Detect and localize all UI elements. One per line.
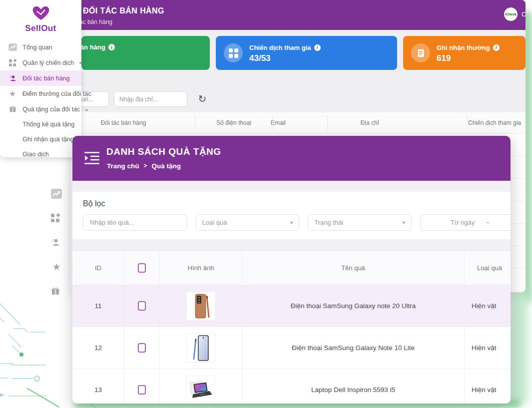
sidebar-item-partner-points[interactable]: ★ Điểm thưởng của đối tác [0, 86, 81, 101]
sidebar-item-label: Đối tác bán hàng [22, 75, 70, 82]
brand-name: SellOut [0, 23, 81, 33]
info-icon: i [493, 44, 500, 51]
gift-type: Hiện vật [465, 285, 511, 327]
partner-page-title: ĐỐI TÁC BÁN HÀNG [83, 6, 164, 15]
page-title: DANH SÁCH QUÀ TẶNG [106, 146, 221, 157]
partner-filter-row: ↻ [71, 91, 526, 107]
chevron-down-icon: ▾ [403, 220, 405, 225]
account-chip[interactable]: iCheck Cô [504, 7, 526, 21]
row-checkbox[interactable] [138, 301, 146, 311]
gift-id: 11 [72, 285, 124, 327]
gift-list-window: DANH SÁCH QUÀ TẶNG Trang chủ > Quà tặng … [72, 136, 511, 404]
gift-table-row[interactable]: 11 Điện thoại SamSung Galaxy note 20 Ult… [72, 285, 511, 327]
stat-card-partners: Đối tác bán hàng i [81, 36, 210, 70]
gift-icon [8, 105, 17, 114]
green-glow-modal-right [508, 290, 529, 405]
grid-icon[interactable] [51, 213, 62, 223]
col-campaigns: Chiến dịch tham gia [468, 119, 521, 126]
sidebar-icon-rail: ★ [50, 189, 63, 297]
sidebar-item-label: Quà tặng của đối tác [22, 106, 80, 113]
sidebar-subitem-gift-records[interactable]: Ghi nhận quà tặng [0, 132, 81, 147]
divider-strip [72, 181, 511, 192]
avatar: iCheck [504, 7, 518, 21]
col-phone: Số điện thoại [216, 119, 251, 126]
gift-table-row[interactable]: 13 Laptop Dell Inspiron 5593 i5 Hiện vật [72, 369, 511, 404]
account-name: Cô [522, 11, 526, 18]
col-type: Loại quà [465, 251, 511, 285]
row-checkbox[interactable] [138, 343, 146, 353]
gift-id: 12 [72, 327, 124, 369]
stat-partners-label: Đối tác bán hàng [81, 43, 105, 51]
date-range-tilde: ~ [486, 219, 490, 226]
info-icon: i [314, 44, 321, 51]
sidebar-item-label: Điểm thưởng của đối tác [22, 90, 91, 97]
handshake-heart-icon [31, 5, 50, 21]
sidebar-item-partner-gifts[interactable]: Quà tặng của đối tác ▴ [0, 101, 81, 117]
receipt-icon [411, 43, 430, 62]
sidebar-menu: Tổng quan Quản lý chiến dịch ▾ Đối tác b… [0, 39, 81, 162]
product-image-dell-laptop [187, 376, 215, 404]
col-address: Địa chỉ [361, 119, 379, 126]
col-image: Hình ảnh [160, 251, 242, 285]
sidebar: SellOut Tổng quan Quản lý chiến dịch ▾ Đ… [0, 0, 81, 157]
chart-line-icon[interactable] [51, 189, 62, 199]
stat-campaigns-label: Chiến dịch tham gia [249, 44, 311, 51]
star-icon: ★ [8, 89, 17, 98]
star-icon[interactable]: ★ [50, 262, 63, 272]
sidebar-subitem-gift-stats[interactable]: Thống kê quà tặng [0, 117, 81, 132]
stat-campaigns-value: 43/53 [249, 53, 321, 63]
chevron-down-icon: ▾ [79, 60, 82, 65]
gift-filter-section: Bộ lọc Loại quà ▾ Trạng thái ▾ Từ ngày ~ [72, 192, 511, 239]
indent-list-icon[interactable] [84, 151, 99, 167]
gift-id: 13 [72, 369, 124, 404]
filter-title: Bộ lọc [83, 199, 500, 208]
gift-name: Điện thoại SamSung Galaxy Note 10 Lite [242, 327, 465, 369]
info-icon: i [108, 44, 115, 50]
sidebar-item-campaigns[interactable]: Quản lý chiến dịch ▾ [0, 55, 81, 70]
chevron-down-icon: ▾ [290, 220, 293, 225]
chevron-up-icon: ▴ [85, 107, 88, 112]
gift-header: DANH SÁCH QUÀ TẶNG Trang chủ > Quà tặng [72, 136, 511, 181]
gift-type: Hiện vật [465, 369, 511, 404]
col-partner: Đối tác bán hàng [101, 119, 146, 126]
address-filter-input[interactable] [114, 91, 187, 107]
product-image-note20-ultra [187, 292, 215, 320]
row-checkbox[interactable] [138, 385, 146, 395]
partner-table-header: Đối tác bán hàng Số điện thoại Email Địa… [71, 112, 526, 134]
from-date-picker[interactable]: Từ ngày ~ [420, 214, 511, 231]
product-image-note10-lite [187, 334, 215, 362]
gift-type: Hiện vật [465, 327, 511, 369]
chart-line-icon [8, 43, 17, 52]
sidebar-item-overview[interactable]: Tổng quan [0, 39, 81, 55]
partner-page-header: ĐỐI TÁC BÁN HÀNG Trang chủ > Đối tác bán… [71, 0, 526, 30]
stat-rewards-value: 619 [437, 53, 500, 63]
breadcrumb: Trang chủ > Quà tặng [107, 162, 181, 170]
breadcrumb-home[interactable]: Trang chủ [107, 162, 139, 170]
brand-logo[interactable]: SellOut [0, 0, 81, 33]
gift-name-input[interactable] [83, 214, 187, 231]
partner-person-icon[interactable] [51, 238, 62, 248]
col-name: Tên quà [242, 251, 465, 285]
sidebar-subitem-transactions[interactable]: Giao dịch [0, 147, 81, 162]
gift-table-header: ID Hình ảnh Tên quà Loại quà [72, 251, 511, 285]
col-email: Email [271, 119, 286, 126]
gift-table-row[interactable]: 12 Điện thoại SamSung Galaxy Note 10 Lit… [72, 327, 511, 369]
gift-name: Điện thoại SamSung Galaxy note 20 Ultra [242, 285, 465, 327]
campaign-grid-icon [224, 43, 243, 62]
partner-person-icon [8, 74, 17, 83]
sidebar-item-label: Tổng quan [22, 44, 52, 51]
gift-status-select[interactable]: Trạng thái ▾ [308, 214, 412, 231]
sidebar-item-partners[interactable]: Đối tác bán hàng [0, 70, 81, 86]
gift-type-select[interactable]: Loại quà ▾ [196, 214, 300, 231]
breadcrumb-separator: > [144, 162, 147, 170]
refresh-icon[interactable]: ↻ [196, 92, 209, 105]
stat-rewards-label: Ghi nhận thưởng [437, 44, 490, 51]
gift-table: ID Hình ảnh Tên quà Loại quà 11 Điện tho… [72, 251, 511, 404]
col-id: ID [72, 251, 124, 285]
gift-icon[interactable] [51, 287, 62, 297]
grid-icon [8, 58, 17, 67]
divider-strip [72, 239, 511, 251]
select-all-checkbox[interactable] [138, 263, 146, 273]
gift-name: Laptop Dell Inspiron 5593 i5 [242, 369, 465, 404]
sidebar-item-label: Quản lý chiến dịch [22, 59, 74, 66]
